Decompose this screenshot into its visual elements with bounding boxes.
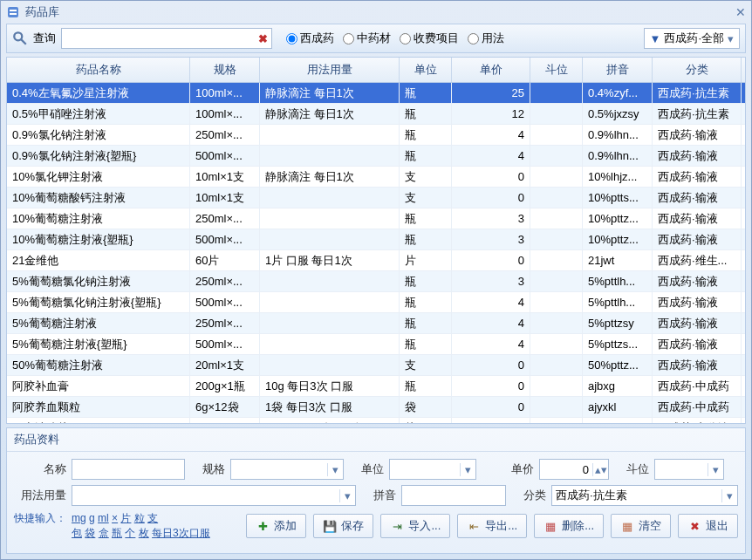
table-row[interactable]: 0.9%氯化钠注射液{塑瓶}500ml×...瓶40.9%lhn...西成药·输…	[7, 146, 745, 167]
cell	[260, 125, 400, 145]
table-row[interactable]: 5%葡萄糖氯化钠注射液{塑瓶}500ml×...瓶45%pttlh...西成药·…	[7, 292, 745, 313]
table-row[interactable]: 5%葡萄糖注射液{塑瓶}500ml×...瓶45%pttzs...西成药·输液	[7, 334, 745, 355]
search-input[interactable]	[62, 29, 254, 48]
cell: 0	[452, 418, 530, 423]
label-unit: 单位	[349, 461, 384, 477]
import-button[interactable]: ⇥导入...	[380, 514, 450, 538]
table-row[interactable]: 10%葡萄糖注射液{塑瓶}500ml×...瓶310%pttz...西成药·输液	[7, 229, 745, 250]
table-row[interactable]: 21金维他60片1片 口服 每日1次片021jwt西成药·维生...	[7, 250, 745, 271]
unit-combo[interactable]: ▾	[389, 459, 476, 480]
quick-link[interactable]: 片	[120, 512, 131, 524]
cell: 250ml×...	[190, 125, 260, 145]
exit-button[interactable]: ✖退出	[678, 514, 738, 538]
table-row[interactable]: 5%葡萄糖注射液250ml×...瓶45%pttzsy西成药·输液	[7, 313, 745, 334]
cell: 西成药·输液	[653, 146, 742, 166]
quick-link[interactable]: g	[89, 512, 95, 524]
chevron-down-icon[interactable]: ▾	[460, 463, 475, 476]
usage-combo[interactable]: ▾	[72, 485, 356, 506]
cell: 50mg 口服 每日3次	[260, 418, 400, 423]
cell: 12	[452, 104, 530, 124]
cell: 500ml×...	[190, 229, 260, 249]
detail-title: 药品资料	[7, 428, 745, 452]
label-pos: 斗位	[614, 461, 649, 477]
quick-link[interactable]: 袋	[85, 527, 95, 539]
chevron-down-icon[interactable]: ▾	[327, 463, 343, 476]
name-field[interactable]	[72, 459, 185, 480]
quick-link[interactable]: 盒	[99, 527, 109, 539]
table-row[interactable]: 阿胶补血膏200g×1瓶10g 每日3次 口服瓶0ajbxg西成药·中成药	[7, 376, 745, 397]
pos-combo[interactable]: ▾	[654, 459, 724, 480]
price-stepper[interactable]: ▴▾	[539, 459, 609, 480]
cell: 片	[400, 250, 452, 270]
save-button[interactable]: 💾保存	[313, 514, 373, 538]
col-header[interactable]: 规格	[190, 58, 260, 82]
cell	[530, 167, 583, 187]
search-label: 查询	[33, 31, 56, 46]
col-header[interactable]: 斗位	[530, 58, 583, 82]
cell: 60片	[190, 250, 260, 270]
cell: ajbxg	[583, 376, 653, 396]
filter-dropdown[interactable]: ▼ 西成药·全部 ▾	[644, 28, 741, 49]
quick-link[interactable]: 个	[125, 527, 135, 539]
quick-link[interactable]: 包	[72, 527, 82, 539]
clear-button[interactable]: ▦清空	[611, 514, 671, 538]
table-row[interactable]: 50%葡萄糖注射液20ml×1支支050%pttz...西成药·输液	[7, 355, 745, 376]
quick-link[interactable]: 每日3次口服	[152, 527, 210, 539]
chevron-down-icon[interactable]: ▾	[339, 489, 355, 502]
table-row[interactable]: 阿胶养血颗粒6g×12袋1袋 每日3次 口服袋0ajyxkl西成药·中成药	[7, 397, 745, 418]
cell: 4	[452, 125, 530, 145]
cell: 4	[452, 334, 530, 354]
add-button[interactable]: ✚添加	[246, 514, 306, 538]
table-row[interactable]: 阿卡波糖片50mg×3...50mg 口服 每日3次片0akbtp西成药·内分泌	[7, 418, 745, 423]
cell: 5%pttzsy	[583, 313, 653, 333]
py-field[interactable]	[401, 485, 506, 506]
quick-link[interactable]: 瓶	[112, 527, 122, 539]
cell: 西成药·输液	[653, 208, 742, 229]
quick-link[interactable]: ×	[112, 512, 118, 524]
label-py: 拼音	[361, 488, 396, 503]
col-header[interactable]: 药品名称	[7, 58, 190, 82]
chevron-down-icon[interactable]: ▾	[721, 489, 737, 502]
cell	[530, 104, 583, 124]
cell: 0.5%jxzsy	[583, 104, 653, 124]
spinner-icon[interactable]: ▴▾	[592, 463, 608, 476]
quick-link[interactable]: ml	[98, 512, 109, 524]
cat-combo[interactable]: ▾	[551, 485, 738, 506]
table-row[interactable]: 0.5%甲硝唑注射液100ml×...静脉滴注 每日1次瓶120.5%jxzsy…	[7, 104, 745, 125]
radio-0[interactable]: 西成药	[286, 31, 334, 46]
radio-3[interactable]: 用法	[468, 31, 504, 46]
col-header[interactable]: 拼音	[583, 58, 653, 82]
funnel-icon: ▼	[650, 32, 661, 45]
cell: 50%葡萄糖注射液	[7, 355, 190, 375]
table-row[interactable]: 0.4%左氧氟沙星注射液100ml×...静脉滴注 每日1次瓶250.4%zyf…	[7, 83, 745, 104]
table-row[interactable]: 10%葡萄糖酸钙注射液10ml×1支支010%ptts...西成药·输液	[7, 188, 745, 208]
grid-body[interactable]: 0.4%左氧氟沙星注射液100ml×...静脉滴注 每日1次瓶250.4%zyf…	[7, 83, 745, 423]
radio-1[interactable]: 中药材	[343, 31, 391, 46]
cell: 0.5%甲硝唑注射液	[7, 104, 190, 124]
export-button[interactable]: ⇤导出...	[457, 514, 527, 538]
col-header[interactable]: 单价	[452, 58, 530, 82]
table-row[interactable]: 10%氯化钾注射液10ml×1支静脉滴注 每日1次支010%lhjz...西成药…	[7, 167, 745, 188]
table-row[interactable]: 0.9%氯化钠注射液250ml×...瓶40.9%lhn...西成药·输液	[7, 125, 745, 146]
disk-icon: 💾	[323, 519, 337, 533]
spec-combo[interactable]: ▾	[230, 459, 344, 480]
chevron-down-icon[interactable]: ▾	[708, 463, 723, 476]
delete-button[interactable]: ▦删除...	[534, 514, 604, 538]
quick-link[interactable]: 支	[147, 512, 158, 524]
quick-link[interactable]: 粒	[134, 512, 145, 524]
close-icon[interactable]: ✕	[735, 5, 746, 19]
table-row[interactable]: 5%葡萄糖氯化钠注射液250ml×...瓶35%pttlh...西成药·输液	[7, 271, 745, 292]
clear-search-icon[interactable]: ✖	[254, 30, 271, 47]
col-header[interactable]: 单位	[400, 58, 452, 82]
col-header[interactable]: 分类	[653, 58, 742, 82]
table-row[interactable]: 10%葡萄糖注射液250ml×...瓶310%pttz...西成药·输液	[7, 208, 745, 229]
cell: 10ml×1支	[190, 167, 260, 187]
quick-link[interactable]: mg	[72, 512, 86, 524]
cell: 西成药·中成药	[653, 376, 742, 396]
quick-link[interactable]: 枚	[139, 527, 149, 539]
cell: 250ml×...	[190, 313, 260, 333]
cell: 5%pttlh...	[583, 271, 653, 291]
radio-2[interactable]: 收费项目	[400, 31, 459, 46]
cell: 10%氯化钾注射液	[7, 167, 190, 187]
col-header[interactable]: 用法用量	[260, 58, 400, 82]
